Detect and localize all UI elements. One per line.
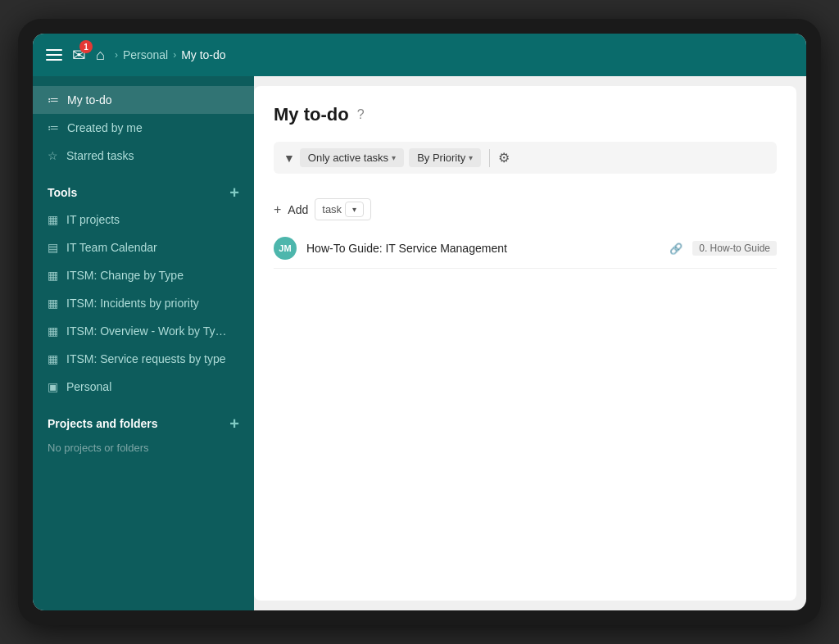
active-tasks-chevron: ▾ <box>392 153 396 162</box>
sidebar-item-label-my-todo: My to-do <box>67 93 111 107</box>
active-tasks-label: Only active tasks <box>308 152 388 164</box>
sidebar-item-created-by-me[interactable]: ≔ Created by me <box>33 114 254 142</box>
star-icon-starred: ☆ <box>48 149 58 162</box>
main-layout: ≔ My to-do ≔ Created by me ☆ Starred tas… <box>33 76 806 610</box>
grid-icon-it-projects: ▦ <box>48 213 58 226</box>
attachment-icon: 🔗 <box>669 243 683 255</box>
table-row[interactable]: JM How-To Guide: IT Service Management 🔗… <box>274 229 777 269</box>
sidebar-item-label-itsm-incidents: ITSM: Incidents by priority <box>66 297 199 310</box>
list-icon-my-todo: ≔ <box>48 93 59 107</box>
add-task-label: Add <box>288 203 308 216</box>
sidebar-item-itsm-change[interactable]: ▦ ITSM: Change by Type <box>33 261 254 289</box>
add-task-plus-icon[interactable]: + <box>274 202 281 217</box>
sidebar-item-it-projects[interactable]: ▦ IT projects <box>33 206 254 234</box>
projects-add-button[interactable]: + <box>229 415 239 432</box>
breadcrumb: › Personal › My to-do <box>115 48 226 61</box>
filter-settings-icon[interactable]: ⚙ <box>498 150 510 166</box>
sidebar-item-label-itsm-overview: ITSM: Overview - Work by Ty… <box>66 324 227 338</box>
projects-section-label: Projects and folders <box>48 417 158 430</box>
by-priority-label: By Priority <box>417 152 465 164</box>
sidebar-item-itsm-service[interactable]: ▦ ITSM: Service requests by type <box>33 345 254 373</box>
task-type-label: task <box>322 203 342 215</box>
task-type-chevron: ▾ <box>345 202 364 217</box>
sidebar-item-label-created: Created by me <box>67 121 143 134</box>
breadcrumb-parent[interactable]: Personal <box>123 48 168 61</box>
breadcrumb-current: My to-do <box>181 48 225 61</box>
tools-section-header: Tools + <box>33 170 254 206</box>
app-container: ✉ 1 ⌂ › Personal › My to-do ≔ My to-do <box>33 34 806 610</box>
avatar: JM <box>274 237 297 260</box>
content-header: My to-do ? ▼ Only active tasks ▾ By Prio… <box>254 86 796 187</box>
sidebar-item-my-todo[interactable]: ≔ My to-do <box>33 86 254 114</box>
home-icon[interactable]: ⌂ <box>96 47 105 64</box>
mail-icon-wrapper[interactable]: ✉ 1 <box>72 45 86 65</box>
sidebar-item-label-itsm-change: ITSM: Change by Type <box>66 269 184 282</box>
page-title-row: My to-do ? <box>274 104 777 125</box>
sidebar-item-starred-tasks[interactable]: ☆ Starred tasks <box>33 142 254 170</box>
projects-section-header: Projects and folders + <box>33 401 254 437</box>
grid-icon-itsm-incidents: ▦ <box>48 297 58 310</box>
tools-section-label: Tools <box>48 186 77 199</box>
tools-add-button[interactable]: + <box>229 184 239 201</box>
task-list-area: + Add task ▾ JM How-To Guide: IT Service… <box>254 187 796 601</box>
sidebar-item-label-starred: Starred tasks <box>66 149 134 162</box>
mail-badge: 1 <box>79 40 93 53</box>
page-title: My to-do <box>274 104 349 125</box>
sidebar-item-itsm-incidents[interactable]: ▦ ITSM: Incidents by priority <box>33 289 254 317</box>
hamburger-icon[interactable] <box>46 49 62 61</box>
sidebar-item-itsm-overview[interactable]: ▦ ITSM: Overview - Work by Ty… <box>33 317 254 345</box>
projects-empty-text: No projects or folders <box>33 437 254 462</box>
sidebar-item-label-personal: Personal <box>66 380 111 393</box>
task-tag: 0. How-to Guide <box>692 241 777 256</box>
content-area: My to-do ? ▼ Only active tasks ▾ By Prio… <box>254 86 796 601</box>
filter-funnel-icon: ▼ <box>283 152 295 165</box>
task-type-button[interactable]: task ▾ <box>315 198 371 220</box>
grid-icon-itsm-change: ▦ <box>48 269 58 282</box>
by-priority-filter-button[interactable]: By Priority ▾ <box>409 148 481 167</box>
sidebar: ≔ My to-do ≔ Created by me ☆ Starred tas… <box>33 76 254 610</box>
top-bar: ✉ 1 ⌂ › Personal › My to-do <box>33 34 806 76</box>
task-title: How-To Guide: IT Service Management <box>306 242 660 255</box>
help-icon[interactable]: ? <box>357 107 365 122</box>
sidebar-item-label-it-projects: IT projects <box>66 213 120 226</box>
breadcrumb-sep1: › <box>115 49 118 61</box>
breadcrumb-sep2: › <box>173 49 176 61</box>
calendar-icon: ▤ <box>48 241 58 254</box>
sidebar-item-personal[interactable]: ▣ Personal <box>33 373 254 401</box>
list-icon-created: ≔ <box>48 121 59 134</box>
add-task-row: + Add task ▾ <box>274 187 777 229</box>
filter-bar: ▼ Only active tasks ▾ By Priority ▾ ⚙ <box>274 142 777 174</box>
device-frame: ✉ 1 ⌂ › Personal › My to-do ≔ My to-do <box>18 19 821 625</box>
filter-divider <box>489 149 490 167</box>
sidebar-item-label-it-calendar: IT Team Calendar <box>66 241 157 254</box>
active-tasks-filter-button[interactable]: Only active tasks ▾ <box>300 148 404 167</box>
sidebar-item-it-calendar[interactable]: ▤ IT Team Calendar <box>33 234 254 261</box>
grid-icon-personal: ▣ <box>48 380 58 393</box>
by-priority-chevron: ▾ <box>469 153 473 162</box>
sidebar-item-label-itsm-service: ITSM: Service requests by type <box>66 352 226 365</box>
grid-icon-itsm-service: ▦ <box>48 352 58 365</box>
grid-icon-itsm-overview: ▦ <box>48 324 58 338</box>
